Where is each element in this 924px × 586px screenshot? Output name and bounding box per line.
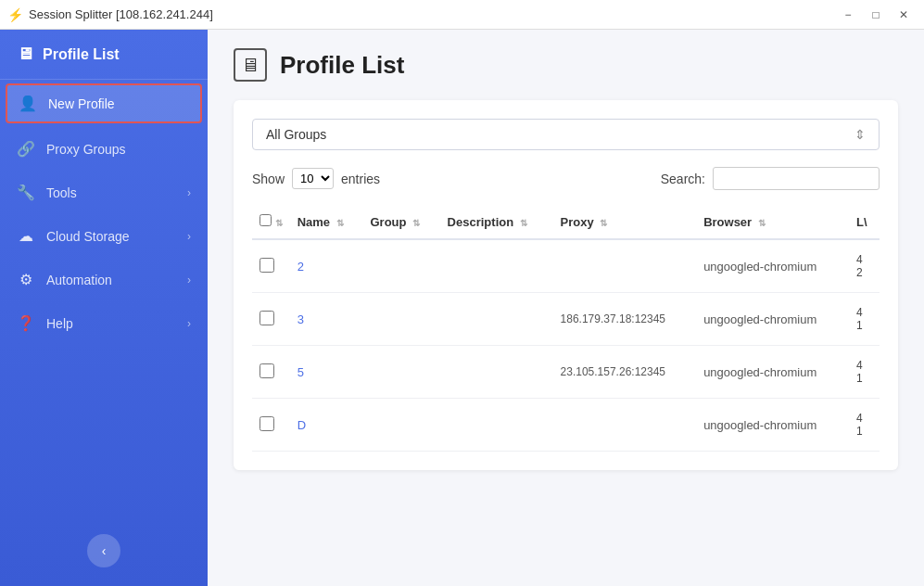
- sidebar-item-help-label: Help: [46, 316, 73, 331]
- sidebar-title: 🖥 Profile List: [0, 30, 208, 80]
- show-label: Show: [252, 172, 285, 186]
- col-last-label: L\: [856, 215, 867, 229]
- table-row: 3 186.179.37.18:12345 ungoogled-chromium…: [252, 293, 880, 346]
- row-description: [440, 346, 553, 399]
- tools-chevron-icon: ›: [187, 186, 191, 199]
- sidebar-title-icon: 🖥: [17, 45, 33, 64]
- sidebar-item-tools-label: Tools: [46, 185, 77, 200]
- automation-chevron-icon: ›: [187, 274, 191, 287]
- row-name[interactable]: D: [290, 399, 363, 452]
- main-content: 🖥 Profile List All Groups ⇕ Show 10 25 5…: [208, 30, 924, 586]
- th-browser: Browser ⇅: [696, 205, 849, 239]
- profile-list-panel: All Groups ⇕ Show 10 25 50 entries Searc…: [234, 100, 898, 470]
- th-description: Description ⇅: [440, 205, 553, 239]
- row-name[interactable]: 5: [290, 346, 363, 399]
- row-group: [362, 346, 439, 399]
- sidebar-item-help[interactable]: ❓ Help ›: [0, 301, 208, 345]
- row-proxy: 23.105.157.26:12345: [553, 346, 697, 399]
- row-browser: ungoogled-chromium: [696, 293, 849, 346]
- search-label: Search:: [661, 172, 705, 186]
- sidebar-item-proxy-groups[interactable]: 🔗 Proxy Groups: [0, 127, 208, 171]
- sidebar-item-new-profile-label: New Profile: [48, 96, 115, 111]
- entries-select[interactable]: 10 25 50: [292, 168, 334, 189]
- row-browser: ungoogled-chromium: [696, 346, 849, 399]
- sidebar-item-cloud-storage-label: Cloud Storage: [46, 229, 130, 244]
- group-select[interactable]: All Groups ⇕: [252, 119, 880, 150]
- profile-table: ⇅ Name ⇅ Group ⇅ Description ⇅: [252, 205, 880, 452]
- window-controls: − □ ✕: [835, 5, 917, 25]
- row-checkbox[interactable]: [259, 416, 274, 431]
- sort-icon: ⇅: [275, 218, 283, 228]
- row-group: [362, 399, 439, 452]
- page-header-icon: 🖥: [234, 48, 267, 82]
- controls-row: Show 10 25 50 entries Search:: [252, 167, 880, 190]
- row-checkbox-cell: [252, 399, 290, 452]
- row-browser: ungoogled-chromium: [696, 239, 849, 293]
- page-title: Profile List: [280, 51, 404, 80]
- row-proxy: [553, 399, 697, 452]
- col-description-label: Description: [448, 215, 514, 229]
- row-last: 4 2: [849, 239, 880, 293]
- sidebar-title-label: Profile List: [43, 46, 120, 63]
- th-name: Name ⇅: [290, 205, 363, 239]
- table-body: 2 ungoogled-chromium 4 2 3 186.179.37.18…: [252, 239, 880, 452]
- row-description: [440, 293, 553, 346]
- row-checkbox-cell: [252, 239, 290, 293]
- maximize-button[interactable]: □: [863, 5, 889, 25]
- row-name[interactable]: 2: [290, 239, 363, 293]
- sidebar-collapse-button[interactable]: ‹: [87, 534, 120, 567]
- row-checkbox[interactable]: [259, 311, 274, 325]
- sidebar-item-new-profile[interactable]: 👤 New Profile: [6, 83, 202, 123]
- proxy-groups-icon: 🔗: [17, 140, 35, 158]
- row-description: [440, 399, 553, 452]
- select-all-checkbox[interactable]: [259, 214, 272, 226]
- row-checkbox[interactable]: [259, 363, 274, 378]
- th-group: Group ⇅: [362, 205, 439, 239]
- page-header: 🖥 Profile List: [234, 48, 898, 82]
- tools-icon: 🔧: [17, 184, 35, 201]
- row-checkbox-cell: [252, 346, 290, 399]
- row-last: 4 1: [849, 293, 880, 346]
- group-select-value: All Groups: [266, 127, 326, 142]
- group-sort-icon: ⇅: [412, 218, 420, 228]
- collapse-icon: ‹: [102, 543, 107, 558]
- col-name-label: Name: [297, 215, 330, 229]
- minimize-button[interactable]: −: [835, 5, 861, 25]
- name-sort-icon: ⇅: [336, 218, 344, 228]
- col-proxy-label: Proxy: [561, 215, 594, 229]
- cloud-icon: ☁: [17, 227, 35, 245]
- th-proxy: Proxy ⇅: [553, 205, 697, 239]
- cloud-chevron-icon: ›: [187, 230, 191, 243]
- row-proxy: 186.179.37.18:12345: [553, 293, 697, 346]
- help-icon: ❓: [17, 314, 35, 332]
- search-input[interactable]: [713, 167, 880, 190]
- sidebar: 🖥 Profile List 👤 New Profile 🔗 Proxy Gro…: [0, 30, 208, 586]
- table-row: 5 23.105.157.26:12345 ungoogled-chromium…: [252, 346, 880, 399]
- th-checkbox: ⇅: [252, 205, 290, 239]
- sidebar-item-automation[interactable]: ⚙ Automation ›: [0, 258, 208, 301]
- titlebar: ⚡ Session Splitter [108.162.241.244] − □…: [0, 0, 924, 30]
- row-proxy: [553, 239, 697, 293]
- automation-icon: ⚙: [17, 271, 35, 288]
- row-checkbox-cell: [252, 293, 290, 346]
- table-header-row: ⇅ Name ⇅ Group ⇅ Description ⇅: [252, 205, 880, 239]
- proxy-sort-icon: ⇅: [600, 218, 607, 228]
- show-entries: Show 10 25 50 entries: [252, 168, 380, 189]
- sidebar-item-proxy-groups-label: Proxy Groups: [46, 142, 126, 157]
- table-row: 2 ungoogled-chromium 4 2: [252, 239, 880, 293]
- sidebar-item-cloud-storage[interactable]: ☁ Cloud Storage ›: [0, 214, 208, 258]
- monitor-icon: 🖥: [241, 55, 259, 76]
- row-browser: ungoogled-chromium: [696, 399, 849, 452]
- row-name[interactable]: 3: [290, 293, 363, 346]
- description-sort-icon: ⇅: [520, 218, 527, 228]
- row-last: 4 1: [849, 399, 880, 452]
- close-button[interactable]: ✕: [891, 5, 917, 25]
- th-last: L\: [849, 205, 880, 239]
- entries-label: entries: [341, 172, 380, 186]
- user-icon: 👤: [19, 95, 37, 112]
- browser-sort-icon: ⇅: [758, 218, 766, 228]
- sidebar-item-tools[interactable]: 🔧 Tools ›: [0, 171, 208, 214]
- table-row: D ungoogled-chromium 4 1: [252, 399, 880, 452]
- app-icon: ⚡: [7, 7, 23, 22]
- row-checkbox[interactable]: [259, 258, 274, 273]
